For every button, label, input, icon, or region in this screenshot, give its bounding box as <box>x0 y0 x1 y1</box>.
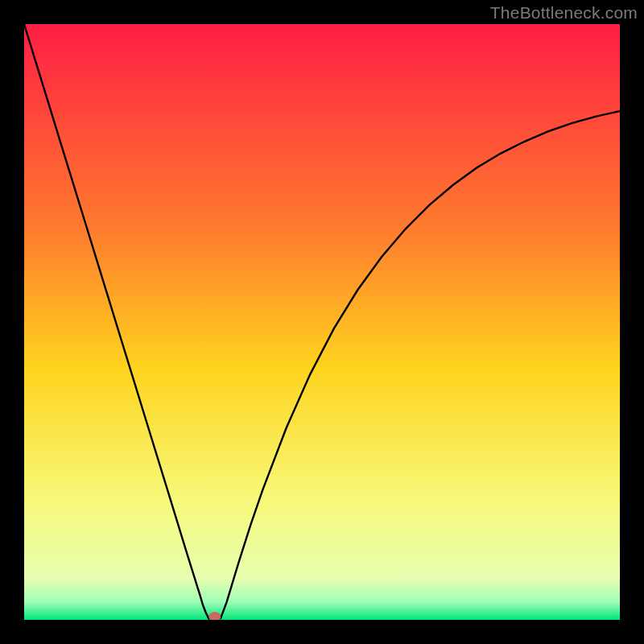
chart-plot-area <box>24 24 620 620</box>
gradient-background <box>24 24 620 620</box>
chart-frame: TheBottleneck.com <box>0 0 644 644</box>
chart-svg <box>24 24 620 620</box>
watermark-text: TheBottleneck.com <box>490 3 638 23</box>
